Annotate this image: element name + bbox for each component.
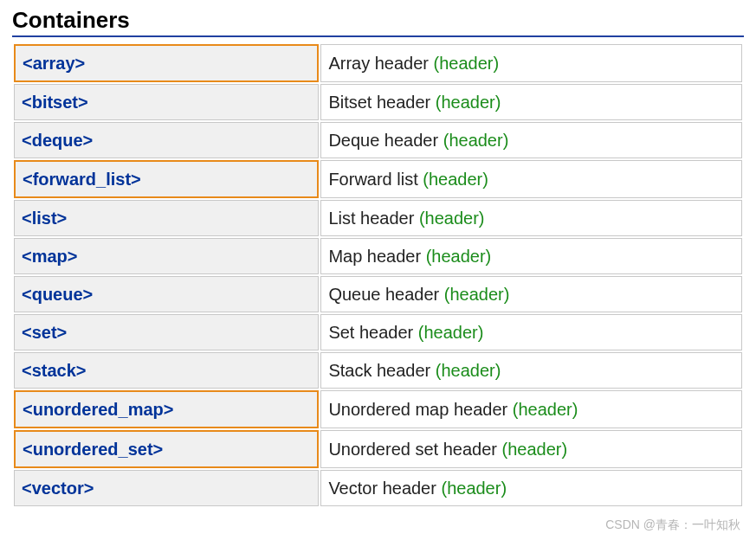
header-name-cell: <unordered_map> (14, 390, 319, 428)
header-link[interactable]: <array> (23, 54, 85, 73)
table-row: <unordered_map>Unordered map header (hea… (14, 390, 742, 428)
header-link[interactable]: <stack> (22, 361, 87, 380)
header-link[interactable]: <vector> (22, 479, 94, 498)
table-row: <forward_list>Forward list (header) (14, 160, 742, 198)
table-row: <vector>Vector header (header) (14, 470, 742, 506)
table-row: <queue>Queue header (header) (14, 276, 742, 312)
header-link[interactable]: <set> (22, 323, 67, 342)
header-desc-cell: Set header (header) (320, 314, 742, 350)
header-desc-text: Vector header (328, 479, 436, 498)
header-name-cell: <map> (14, 238, 319, 274)
header-name-cell: <bitset> (14, 84, 319, 120)
table-row: <list>List header (header) (14, 200, 742, 236)
header-desc-cell: Stack header (header) (320, 352, 742, 389)
header-desc-cell: Unordered map header (header) (320, 390, 742, 428)
header-link[interactable]: <map> (22, 247, 77, 266)
header-desc-cell: List header (header) (320, 200, 742, 236)
header-desc-text: List header (328, 209, 414, 228)
type-tag: (header) (444, 285, 510, 304)
header-name-cell: <deque> (14, 122, 319, 158)
header-desc-cell: Queue header (header) (320, 276, 742, 312)
header-desc-text: Array header (328, 54, 429, 73)
type-tag: (header) (418, 323, 484, 342)
header-desc-cell: Forward list (header) (320, 160, 742, 198)
header-name-cell: <unordered_set> (14, 430, 319, 468)
type-tag: (header) (441, 479, 507, 498)
header-desc-text: Map header (328, 247, 421, 266)
header-name-cell: <set> (14, 314, 319, 350)
header-name-cell: <list> (14, 200, 319, 236)
containers-table-body: <array>Array header (header)<bitset>Bits… (14, 44, 742, 506)
header-desc-cell: Bitset header (header) (320, 84, 742, 120)
header-link[interactable]: <unordered_map> (23, 400, 174, 419)
header-name-cell: <forward_list> (14, 160, 319, 198)
type-tag: (header) (502, 440, 568, 459)
header-desc-cell: Array header (header) (320, 44, 742, 82)
header-link[interactable]: <forward_list> (23, 170, 141, 189)
header-desc-cell: Deque header (header) (320, 122, 742, 158)
header-name-cell: <stack> (14, 352, 319, 389)
header-name-cell: <queue> (14, 276, 319, 312)
header-name-cell: <array> (14, 44, 319, 82)
table-row: <bitset>Bitset header (header) (14, 84, 742, 120)
type-tag: (header) (436, 93, 501, 112)
type-tag: (header) (436, 361, 501, 380)
header-link[interactable]: <list> (22, 209, 67, 228)
table-row: <set>Set header (header) (14, 314, 742, 350)
header-link[interactable]: <deque> (22, 131, 93, 150)
table-row: <array>Array header (header) (14, 44, 742, 82)
type-tag: (header) (426, 247, 492, 266)
table-row: <unordered_set>Unordered set header (hea… (14, 430, 742, 468)
type-tag: (header) (423, 170, 488, 189)
header-desc-text: Unordered set header (328, 440, 497, 459)
type-tag: (header) (443, 131, 509, 150)
header-desc-cell: Vector header (header) (320, 470, 742, 506)
type-tag: (header) (513, 400, 578, 419)
header-desc-text: Unordered map header (328, 400, 507, 419)
containers-table: <array>Array header (header)<bitset>Bits… (12, 42, 744, 508)
header-desc-text: Queue header (328, 285, 439, 304)
header-desc-cell: Unordered set header (header) (320, 430, 742, 468)
table-row: <map>Map header (header) (14, 238, 742, 274)
header-desc-text: Forward list (328, 170, 417, 189)
header-link[interactable]: <queue> (22, 285, 93, 304)
section-title: Containers (12, 7, 744, 37)
header-desc-cell: Map header (header) (320, 238, 742, 274)
table-row: <stack>Stack header (header) (14, 352, 742, 389)
header-desc-text: Bitset header (328, 93, 430, 112)
header-desc-text: Set header (328, 323, 413, 342)
type-tag: (header) (419, 209, 485, 228)
table-row: <deque>Deque header (header) (14, 122, 742, 158)
header-link[interactable]: <unordered_set> (23, 440, 163, 459)
header-name-cell: <vector> (14, 470, 319, 506)
header-desc-text: Deque header (328, 131, 438, 150)
type-tag: (header) (434, 54, 500, 73)
header-desc-text: Stack header (328, 361, 430, 380)
header-link[interactable]: <bitset> (22, 93, 88, 112)
